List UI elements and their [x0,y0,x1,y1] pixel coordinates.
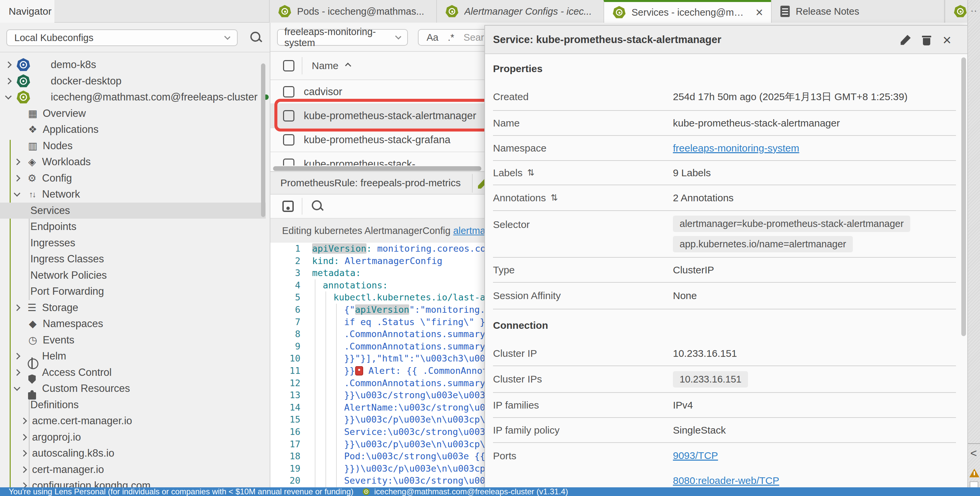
tree-item[interactable]: cert-manager.io [0,462,266,478]
save-icon[interactable] [282,200,294,212]
detail-scrollbar[interactable] [961,57,966,336]
chevron-icon[interactable] [5,61,12,68]
chevron-icon[interactable] [14,385,21,391]
close-icon[interactable]: × [754,6,764,19]
namespace-select-value: freeleaps-monitoring-system [285,26,396,48]
service-name: kube-prometheus-stack-grafana [304,134,450,146]
tree-item-label: autoscaling.k8s.io [32,447,114,459]
status-bar: You're using Lens Personal (for individu… [0,487,980,496]
tree-item[interactable]: Definitions [0,397,266,413]
code-text: .CommonAnnotations.summary }} [312,377,501,389]
tree-item[interactable]: Endpoints [0,219,266,235]
tree-item[interactable]: ▦ Overview [0,105,266,122]
tree-item[interactable]: Services [0,203,266,219]
sidebar-scrollbar[interactable] [261,64,266,217]
chevron-icon[interactable] [14,175,21,181]
tree-item[interactable]: Network Policies [0,267,266,284]
tree-item[interactable]: Ingress Classes [0,251,266,267]
chevron-icon[interactable] [14,369,21,376]
code-segment: {" [344,304,355,315]
ip-families-row: IP families IPv4 [493,393,956,418]
chevron-icon[interactable] [14,190,21,197]
code-text: if eq .Status \"firing\" }} [312,316,499,328]
tree-item[interactable]: Port Forwarding [0,283,266,300]
code-segment: Pod:\u003c/strong\u003e {{ .Co [344,451,507,461]
collapse-chevron-icon[interactable]: < [970,447,977,459]
chevron-icon[interactable] [5,78,12,84]
tab[interactable]: Services - icecheng@math... × [603,0,771,23]
license-notice: You're using Lens Personal (for individu… [9,487,353,496]
tree-item[interactable]: Access Control [0,364,266,381]
tree-item[interactable]: ☰ Storage [0,300,266,316]
expand-toggle-icon[interactable]: ⇅ [550,192,558,203]
code-segment: Severity:\u003c/strong\u003e [344,475,496,486]
tab[interactable]: Pods - icecheng@mathmas... [269,0,436,23]
chevron-icon[interactable] [14,304,21,311]
chevron-down-icon [395,33,401,40]
selector-row: Selector alertmanager=kube-prometheus-st… [493,211,956,258]
tree-item[interactable]: ⚙ Config [0,170,266,187]
tree-item[interactable]: ❖ Applications [0,121,266,138]
tree-item[interactable]: icecheng@mathmast.com@freeleaps-cluster [0,89,266,105]
expand-toggle-icon[interactable]: ⇅ [527,168,535,178]
row-checkbox[interactable] [283,159,294,165]
search-icon[interactable] [250,31,263,45]
tree-item[interactable]: ↑↓ Network [0,186,266,203]
chevron-icon[interactable] [21,466,27,473]
session-affinity-label: Session Affinity [493,290,673,301]
row-checkbox[interactable] [283,86,294,97]
row-checkbox[interactable] [283,134,294,146]
warning-icon[interactable] [969,469,979,477]
service-name: cadvisor [304,86,342,98]
tree-item[interactable]: ◈ Workloads [0,154,266,170]
select-all-checkbox[interactable] [283,60,294,72]
navigator-panel-tab[interactable]: Navigator [0,0,54,23]
regex-toggle[interactable]: .* [448,32,454,43]
sort-ascending-icon[interactable] [345,62,351,68]
chevron-icon[interactable] [21,482,27,487]
tree-item[interactable]: ◆ Namespaces [0,316,266,332]
tree-item[interactable]: Helm [0,348,266,364]
tree-item[interactable]: ▥ Nodes [0,138,266,154]
port-9093-link[interactable]: 9093/TCP [673,450,718,461]
code-segment: metadata: [312,268,361,278]
close-icon[interactable]: × [943,33,951,48]
tree-item[interactable]: docker-desktop [0,73,266,89]
document-icon [780,6,790,17]
name-column-header[interactable]: Name [312,60,339,72]
chevron-icon[interactable] [14,159,21,165]
tab[interactable]: Release Notes [771,0,945,23]
tree-item[interactable]: acme.cert-manager.io [0,413,266,429]
chevron-icon[interactable] [21,450,27,456]
port-8080-link[interactable]: 8080:reloader-web/TCP [673,475,780,486]
labels-count: 9 Labels [673,167,711,178]
line-number: 17 [270,438,301,451]
match-case-toggle[interactable]: Aa [426,32,438,43]
horizontal-scrollbar[interactable] [273,166,481,171]
namespace-select[interactable]: freeleaps-monitoring-system [277,29,408,46]
tree-item[interactable]: argoproj.io [0,429,266,445]
tree-item-label: Ingresses [30,237,75,249]
overflow-dots: .. [970,3,978,14]
editor-search-icon[interactable] [311,200,325,213]
chevron-icon[interactable] [14,353,21,359]
code-text: .CommonAnnotations.summary }} [312,340,501,353]
chevron-icon[interactable] [21,418,27,424]
tree-item[interactable]: demo-k8s [0,57,266,73]
tree-item[interactable]: autoscaling.k8s.io [0,445,266,462]
edit-icon[interactable] [900,35,911,45]
divider [0,52,270,52]
tree-item-label: docker-desktop [51,75,121,87]
tree-item[interactable]: ◷ Events [0,332,266,348]
delete-icon[interactable] [922,35,931,45]
tree-item[interactable]: configuration.konghq.com [0,478,266,487]
tab[interactable]: Alertmanager Configs - icec... [436,0,603,23]
chevron-icon[interactable] [21,434,27,440]
tree-item[interactable]: Ingresses [0,235,266,251]
chevron-icon[interactable] [5,93,12,100]
line-number: 15 [270,413,301,426]
tree-item[interactable]: Custom Resources [0,380,266,397]
kubeconfig-selector[interactable]: Local Kubeconfigs [6,29,238,46]
namespace-link[interactable]: freeleaps-monitoring-system [673,143,799,154]
created-value: 254d 17h 50m ago (2025年1月13日 GMT+8 1:25:… [673,90,908,104]
